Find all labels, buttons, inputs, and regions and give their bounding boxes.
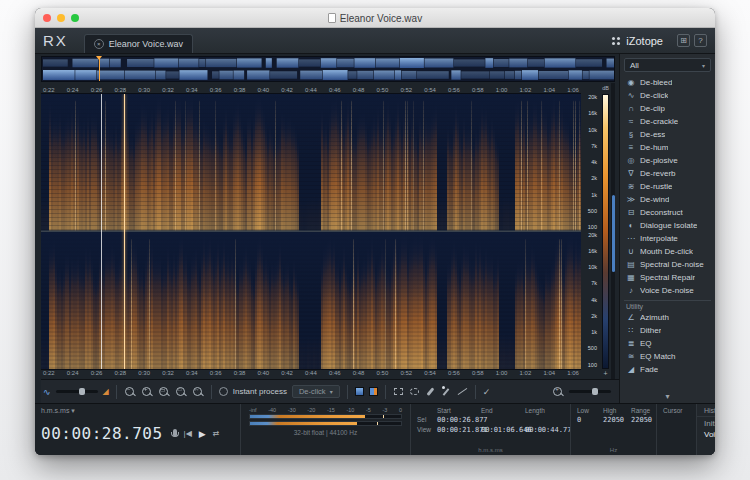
find-similar-button[interactable]: ✓ [483, 387, 491, 397]
lasso-select-tool[interactable] [409, 386, 420, 397]
frequency-range-grid: LowHighRange02205022050 [577, 407, 650, 424]
spectrogram-canvas[interactable] [41, 94, 581, 369]
module-item-spectral-de-noise[interactable]: ▤Spectral De-noise [624, 258, 711, 271]
time-ruler-bottom[interactable]: 0:220:240:260:280:300:320:340:360:380:40… [41, 369, 581, 379]
zoom-selection-button[interactable]: ▭ [158, 386, 170, 398]
spectral-de-noise-icon: ▤ [626, 260, 636, 269]
zoom-fit-button[interactable]: ⌂ [175, 386, 187, 398]
record-monitor-button[interactable] [173, 429, 177, 439]
azimuth-icon: ∠ [626, 313, 636, 322]
playhead-time-display[interactable]: 00:00:28.705 [41, 424, 163, 443]
return-to-start-button[interactable]: |◀ [184, 429, 192, 438]
help-button[interactable]: ? [694, 34, 707, 47]
module-item-interpolate[interactable]: ⋯Interpolate [624, 232, 711, 245]
meter-right[interactable] [249, 421, 402, 426]
meter-left[interactable] [249, 414, 402, 419]
zoom-all-button[interactable]: ↔ [192, 386, 204, 398]
brush-select-tool[interactable] [425, 386, 436, 397]
module-item-dither[interactable]: ∷Dither [624, 324, 711, 337]
history-item-initial-state[interactable]: Initial State [697, 417, 715, 428]
file-overview[interactable] [41, 56, 615, 82]
freq-low-value[interactable]: 0 [577, 416, 603, 424]
waveform-gain-slider-thumb[interactable] [79, 388, 85, 395]
zoom-slider-icon[interactable]: + [552, 386, 564, 398]
module-item-voice-de-noise[interactable]: ♪Voice De-noise [624, 284, 711, 297]
sel-start-value[interactable]: 00:00:26.877 [437, 416, 481, 424]
instant-module-select[interactable]: De-click ▾ [292, 385, 340, 398]
magic-wand-tool[interactable] [441, 386, 452, 397]
vertical-scrollbar[interactable] [611, 83, 615, 379]
overview-canvas[interactable] [42, 57, 614, 81]
module-item-eq[interactable]: ≣EQ [624, 337, 711, 350]
play-button[interactable]: ▶ [199, 429, 206, 439]
module-list-scroll-down[interactable]: ▾ [624, 392, 711, 401]
column-header-length: Length [525, 407, 569, 414]
fade-tool-icon[interactable]: ◢ [103, 387, 109, 396]
playhead[interactable] [124, 94, 125, 369]
time-tick: 0:48 [353, 87, 365, 93]
time-ruler-top[interactable]: 0:220:240:260:280:300:320:340:360:380:40… [41, 83, 581, 94]
zoom-level-slider-thumb[interactable] [592, 388, 598, 395]
de-crackle-icon: ≈ [626, 117, 636, 126]
window-layout-button[interactable]: ⊞ [677, 34, 690, 47]
de-hum-icon: ≡ [626, 143, 636, 152]
sel-end-value[interactable] [481, 416, 525, 424]
history-item-voice-de-noise[interactable]: Voice De-noise [697, 428, 715, 439]
instant-process-toggle[interactable] [219, 387, 228, 396]
izotope-wordmark: iZotope [626, 35, 663, 47]
waveform-view-toggle[interactable] [355, 387, 364, 396]
transport-controls: |◀ ▶ ⇄ [173, 429, 220, 439]
frequency-tick: 100 [588, 225, 597, 231]
module-item-spectral-repair[interactable]: ▦Spectral Repair [624, 271, 711, 284]
module-item-mouth-de-click[interactable]: ∪Mouth De-click [624, 245, 711, 258]
selection-start-line[interactable] [101, 94, 102, 369]
module-item-de-hum[interactable]: ≡De-hum [624, 141, 711, 154]
module-item-de-rustle[interactable]: ≋De-rustle [624, 180, 711, 193]
de-click-icon: ∿ [626, 91, 636, 100]
module-item-de-click[interactable]: ∿De-click [624, 89, 711, 102]
time-frequency-select-tool[interactable] [393, 386, 404, 397]
module-item-de-crackle[interactable]: ≈De-crackle [624, 115, 711, 128]
freq-high-value[interactable]: 22050 [603, 416, 631, 424]
waveform-gain-slider[interactable] [56, 390, 98, 393]
time-tick: 0:38 [234, 87, 246, 93]
sel-length-value[interactable] [525, 416, 569, 424]
tab-eleanor-voice[interactable]: × Eleanor Voice.wav [84, 34, 193, 53]
frequency-tick: 4k [591, 298, 597, 304]
module-item-dialogue-isolate[interactable]: ◐Dialogue Isolate [624, 219, 711, 232]
view-end-value[interactable]: 00:01:06.646 [481, 426, 525, 434]
microphone-icon [173, 429, 177, 437]
module-item-fade[interactable]: ◢Fade [624, 363, 711, 376]
module-item-deconstruct[interactable]: ⊟Deconstruct [624, 206, 711, 219]
spectrogram-colorbar[interactable] [602, 94, 609, 369]
module-item-de-bleed[interactable]: ◉De-bleed [624, 76, 711, 89]
module-item-de-ess[interactable]: §De-ess [624, 128, 711, 141]
zoom-in-button[interactable]: + [141, 386, 153, 398]
module-item-de-wind[interactable]: ≫De-wind [624, 193, 711, 206]
module-item-eq-match[interactable]: ≅EQ Match [624, 350, 711, 363]
module-item-de-clip[interactable]: ∩De-clip [624, 102, 711, 115]
spectrogram-view-toggle[interactable] [369, 387, 378, 396]
module-item-label: Azimuth [640, 313, 669, 322]
vertical-zoom-in-button[interactable]: + [600, 369, 611, 379]
harmonic-select-tool[interactable] [457, 386, 468, 397]
colorbar-column: dB + [600, 83, 611, 379]
loop-button[interactable]: ⇄ [213, 429, 220, 438]
module-item-de-plosive[interactable]: ◎De-plosive [624, 154, 711, 167]
view-start-value[interactable]: 00:00:21.871 [437, 426, 481, 434]
selection-view-grid: StartEndLengthSel00:00:26.877View00:00:2… [417, 407, 564, 434]
vertical-scrollbar-thumb[interactable] [612, 195, 615, 272]
module-item-azimuth[interactable]: ∠Azimuth [624, 311, 711, 324]
tab-close-icon[interactable]: × [94, 39, 104, 49]
view-length-value[interactable]: 00:00:44.775 [525, 426, 569, 434]
zoom-out-button[interactable]: − [124, 386, 136, 398]
freq-range-value[interactable]: 22050 [631, 416, 657, 424]
zoom-level-slider[interactable] [569, 390, 611, 393]
module-filter-select[interactable]: All ▾ [624, 58, 711, 72]
chevron-down-icon: ▾ [702, 62, 705, 69]
spectrogram[interactable] [41, 94, 581, 369]
time-format-select[interactable]: h.m.s.ms ▾ [41, 407, 234, 415]
time-tick: 0:42 [281, 370, 293, 376]
module-item-de-reverb[interactable]: ∇De-reverb [624, 167, 711, 180]
overview-playhead-marker[interactable] [99, 57, 100, 81]
